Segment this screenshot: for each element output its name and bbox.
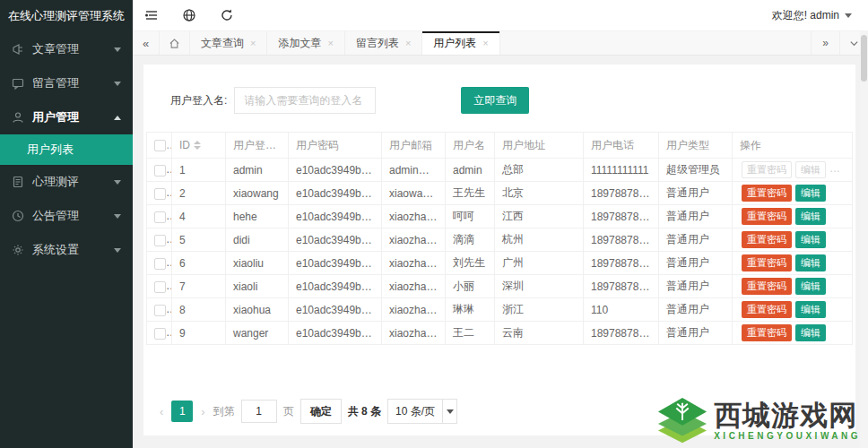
tab-4[interactable]: 用户列表×	[422, 31, 499, 55]
tab-3[interactable]: 留言列表×	[345, 31, 422, 55]
user-menu[interactable]: 欢迎您! admin	[772, 8, 868, 23]
row-checkbox[interactable]	[154, 281, 166, 293]
sidebar-item-messages[interactable]: 留言管理	[0, 66, 133, 100]
table-body: 1admine10adc3949ba59...admin@...admin总部1…	[147, 159, 853, 345]
edit-button[interactable]: 编辑	[795, 231, 826, 248]
chevron-down-icon	[114, 248, 121, 253]
chevron-down-icon	[114, 47, 121, 52]
sidebar-item-label: 文章管理	[32, 41, 114, 57]
column-header-label: ID	[179, 139, 190, 151]
sidebar-item-settings[interactable]: 系统设置	[0, 233, 133, 267]
refresh-icon[interactable]	[208, 0, 246, 31]
tab-close-icon[interactable]: ×	[250, 38, 256, 48]
cell-name: admin	[446, 159, 495, 182]
edit-button[interactable]: 编辑	[795, 301, 826, 318]
row-checkbox[interactable]	[154, 235, 166, 246]
cell-email: xiaowan...	[382, 182, 446, 205]
tab-close-icon[interactable]: ×	[327, 38, 333, 48]
tabs-scroll-right-icon[interactable]: »	[811, 31, 839, 55]
tab-close-icon[interactable]: ×	[482, 38, 488, 48]
content-area: 用户登入名: 立即查询 ID用户登入名用户密码用户邮箱用户名用户地址用户电话用户…	[133, 56, 859, 448]
sort-icon[interactable]	[194, 141, 201, 150]
row-checkbox[interactable]	[154, 305, 166, 316]
column-header: 用户密码	[289, 133, 382, 159]
scrollbar-thumb[interactable]	[861, 35, 867, 82]
row-actions: 重置密码编辑删除	[733, 298, 853, 322]
reset-password-button[interactable]: 重置密码	[742, 208, 792, 225]
cell-address: 云南	[495, 322, 584, 345]
prev-page-icon[interactable]: ‹	[158, 405, 165, 418]
cell-email: xiaozhan...	[382, 205, 446, 228]
select-all-checkbox[interactable]	[154, 140, 166, 151]
login-name-input[interactable]	[234, 87, 376, 114]
collapse-menu-icon[interactable]	[133, 0, 170, 31]
reset-password-button[interactable]: 重置密码	[742, 185, 792, 202]
reset-password-button[interactable]: 重置密码	[742, 231, 792, 248]
tabs: 文章查询×添加文章×留言列表×用户列表×	[190, 31, 500, 55]
sidebar-item-assessment[interactable]: 心理测评	[0, 165, 133, 199]
row-checkbox[interactable]	[154, 165, 166, 177]
reset-password-button[interactable]: 重置密码	[742, 324, 792, 341]
edit-button[interactable]: 编辑	[795, 254, 826, 271]
goto-confirm-button[interactable]: 确定	[300, 399, 342, 424]
sidebar-item-articles[interactable]: 文章管理	[0, 32, 133, 66]
sidebar-item-users[interactable]: 用户管理	[0, 100, 133, 134]
row-checkbox[interactable]	[154, 328, 166, 340]
query-button[interactable]: 立即查询	[461, 87, 529, 114]
watermark-title: 西城游戏网	[714, 401, 861, 431]
tab-label: 留言列表	[356, 36, 399, 51]
row-checkbox[interactable]	[154, 258, 166, 270]
cell-email: xiaozhan...	[382, 252, 446, 275]
column-header: 用户名	[446, 133, 495, 159]
row-checkbox[interactable]	[154, 211, 166, 223]
cell-password: e10adc3949ba59...	[289, 322, 382, 345]
select-all-header-cell	[147, 133, 172, 159]
tab-2[interactable]: 添加文章×	[267, 31, 344, 55]
cell-address: 江西	[495, 205, 584, 228]
chevron-down-icon	[114, 82, 121, 86]
cell-name: 刘先生	[446, 252, 495, 275]
tabs-scroll-left-icon[interactable]: «	[133, 31, 160, 55]
edit-button[interactable]: 编辑	[795, 208, 826, 225]
cell-email: xiaozhan...	[382, 322, 446, 345]
row-checkbox-cell	[147, 228, 172, 252]
sidebar-item-label: 用户管理	[32, 109, 114, 125]
vertical-scrollbar[interactable]	[860, 31, 868, 448]
sidebar: 在线心理测评管理系统 文章管理留言管理用户管理用户列表心理测评公告管理系统设置	[0, 0, 133, 448]
edit-button[interactable]: 编辑	[795, 185, 826, 202]
edit-button[interactable]: 编辑	[795, 278, 826, 295]
assessment-icon	[12, 176, 24, 188]
reset-password-button[interactable]: 重置密码	[742, 278, 792, 295]
cell-login: hehe	[226, 205, 289, 228]
settings-icon	[12, 244, 24, 256]
reset-password-button[interactable]: 重置密码	[742, 254, 792, 271]
per-page-select[interactable]: 10 条/页	[387, 399, 457, 424]
globe-icon[interactable]	[170, 0, 208, 31]
sidebar-subitem-users-0[interactable]: 用户列表	[0, 134, 133, 165]
sidebar-item-notice[interactable]: 公告管理	[0, 199, 133, 233]
row-checkbox-cell	[147, 159, 172, 182]
cell-password: e10adc3949ba59...	[289, 205, 382, 228]
row-checkbox[interactable]	[154, 188, 166, 200]
sidebar-menu: 文章管理留言管理用户管理用户列表心理测评公告管理系统设置	[0, 32, 133, 267]
cell-type: 普通用户	[659, 228, 733, 252]
cell-type: 超级管理员	[659, 159, 733, 182]
total-count: 共 8 条	[348, 404, 381, 419]
cell-password: e10adc3949ba59...	[289, 252, 382, 275]
home-tab[interactable]	[160, 31, 190, 55]
id-header: ID	[179, 139, 218, 151]
cell-email: xiaozhan...	[382, 298, 446, 322]
goto-page-input[interactable]	[241, 400, 277, 423]
cell-address: 浙江	[495, 298, 584, 322]
next-page-icon[interactable]: ›	[199, 405, 206, 418]
cell-email: admin@...	[382, 159, 446, 182]
message-icon	[12, 77, 24, 90]
reset-password-button[interactable]: 重置密码	[742, 301, 792, 318]
column-header: 用户登入名	[226, 133, 289, 159]
tab-1[interactable]: 文章查询×	[190, 31, 267, 55]
tab-close-icon[interactable]: ×	[405, 38, 411, 48]
edit-button[interactable]: 编辑	[795, 324, 826, 341]
row-checkbox-cell	[147, 182, 172, 205]
column-header: ID	[172, 133, 226, 159]
current-page[interactable]: 1	[171, 401, 193, 422]
